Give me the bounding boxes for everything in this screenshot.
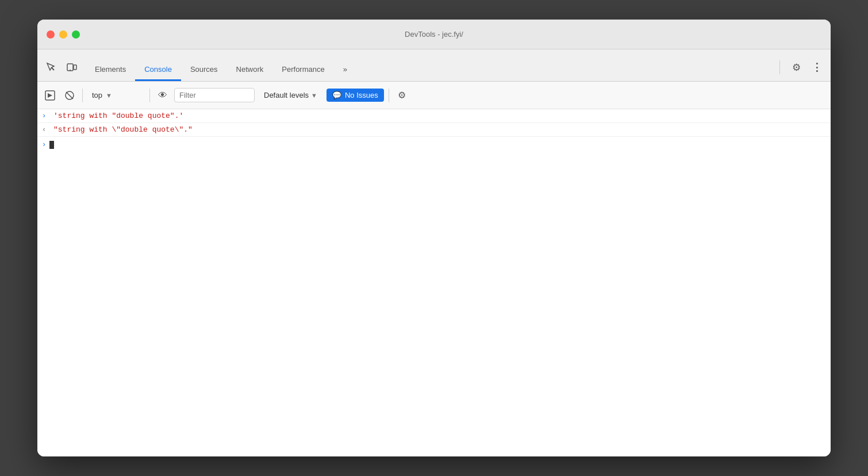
inspect-element-button[interactable] [42,58,60,76]
levels-label: Default levels [264,91,309,99]
live-expressions-button[interactable]: 👁 [155,87,171,103]
console-gear-icon: ⚙ [398,90,406,101]
toolbar-divider-3 [389,89,389,102]
devtools-window: DevTools - jec.fyi/ Elements Console [37,20,831,456]
issues-chat-icon: 💬 [332,91,341,99]
tabs-left-icons [42,58,81,76]
tabs-right-icons: ⚙ ⋮ [775,58,826,76]
more-icon: ⋮ [812,61,822,74]
toolbar-divider [82,89,83,102]
eye-icon: 👁 [158,90,167,101]
gear-icon: ⚙ [792,62,801,74]
tab-sources[interactable]: Sources [181,59,227,81]
close-button[interactable] [47,30,55,39]
console-content: › 'string with "double quote".' ‹ "strin… [37,109,831,456]
window-title: DevTools - jec.fyi/ [405,30,463,39]
tab-console[interactable]: Console [135,59,181,81]
console-toolbar: top ▼ 👁 Default levels ▼ 💬 No Issues ⚙ [37,82,831,109]
more-options-button[interactable]: ⋮ [808,58,826,76]
expand-arrow-1[interactable]: › [42,112,50,120]
divider [779,60,780,74]
console-line-2: ‹ "string with \"double quote\"." [37,123,831,137]
maximize-button[interactable] [72,30,80,39]
input-prompt-arrow: › [42,141,46,149]
collapse-arrow-2[interactable]: ‹ [42,126,50,134]
traffic-lights [47,30,80,39]
tab-performance[interactable]: Performance [272,59,333,81]
title-bar: DevTools - jec.fyi/ [37,20,831,49]
svg-line-0 [52,68,55,71]
console-settings-button[interactable]: ⚙ [394,87,410,103]
console-line-1: › 'string with "double quote".' [37,109,831,123]
tab-more[interactable]: » [334,59,356,81]
toolbar-divider-2 [149,89,150,102]
clear-console-button[interactable] [62,87,78,103]
issues-label: No Issues [345,91,378,99]
minimize-button[interactable] [59,30,67,39]
no-issues-button[interactable]: 💬 No Issues [327,89,384,102]
context-selector[interactable]: top ▼ [87,89,145,102]
tab-network[interactable]: Network [227,59,273,81]
tabs-list: Elements Console Sources Network Perform… [86,59,775,81]
tab-elements[interactable]: Elements [86,59,135,81]
settings-button[interactable]: ⚙ [787,58,805,76]
cursor [49,141,54,149]
console-output-1: 'string with "double quote".' [53,112,826,120]
svg-rect-1 [67,64,73,71]
levels-arrow: ▼ [311,92,317,99]
context-value: top [92,91,102,99]
console-input-line[interactable]: › [37,137,831,153]
context-arrow: ▼ [106,92,112,99]
svg-rect-2 [74,65,76,70]
tabs-bar: Elements Console Sources Network Perform… [37,49,831,82]
filter-input[interactable] [174,88,255,102]
default-levels-button[interactable]: Default levels ▼ [258,89,323,102]
svg-line-6 [66,92,73,99]
device-toolbar-button[interactable] [63,58,81,76]
console-output-2: "string with \"double quote\"." [53,125,826,134]
run-script-button[interactable] [42,87,58,103]
